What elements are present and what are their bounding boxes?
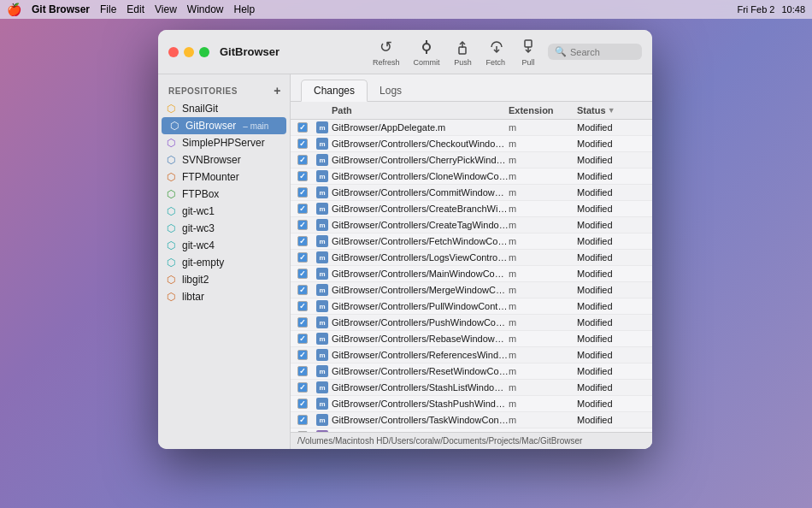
apple-menu[interactable]: 🍎 xyxy=(7,3,21,16)
search-box[interactable]: 🔍 xyxy=(548,44,642,60)
row-checkbox[interactable] xyxy=(297,236,308,246)
menubar-edit[interactable]: Edit xyxy=(127,3,144,15)
file-type-badge: m xyxy=(316,300,328,312)
table-row[interactable]: m GitBrowser/Controllers/TaskWindowContr… xyxy=(291,412,652,428)
commit-label: Commit xyxy=(413,58,439,67)
status-cell: Modified xyxy=(577,269,645,279)
file-type-badge: m xyxy=(316,398,328,410)
row-checkbox[interactable] xyxy=(297,269,308,279)
push-button[interactable]: Push xyxy=(453,38,472,67)
table-row[interactable]: m GitBrowser/Controllers/RebaseWindowCon… xyxy=(291,331,652,347)
table-row[interactable]: m GitBrowser/Controllers/StashListWindow… xyxy=(291,380,652,396)
sidebar-item-git-empty[interactable]: ⬡ git-empty xyxy=(158,254,290,271)
ext-cell: m xyxy=(509,220,577,230)
file-type-badge: m xyxy=(316,349,328,361)
sidebar-item-git-wc3[interactable]: ⬡ git-wc3 xyxy=(158,220,290,237)
row-checkbox[interactable] xyxy=(297,415,308,425)
file-path: GitBrowser/Controllers/FetchWindowContro… xyxy=(332,236,509,246)
menubar: 🍎 Git Browser File Edit View Window Help… xyxy=(0,0,812,19)
table-row[interactable]: m GitBrowser/Controllers/CloneWindowCont… xyxy=(291,168,652,185)
table-row[interactable]: m GitBrowser/Controllers/StashPushWindow… xyxy=(291,396,652,412)
table-row[interactable]: m GitBrowser/Controllers/CommitWindowCon… xyxy=(291,185,652,201)
file-path: GitBrowser/Controllers/PullWindowControl… xyxy=(332,301,509,311)
fetch-button[interactable]: Fetch xyxy=(485,38,505,67)
row-checkbox[interactable] xyxy=(297,382,308,393)
sidebar-item-libtar[interactable]: ⬡ libtar xyxy=(158,288,290,305)
table-row[interactable]: m GitBrowser/Controllers/MergeWindowCont… xyxy=(291,282,652,298)
table-row[interactable]: m GitBrowser/Controllers/PushWindowContr… xyxy=(291,315,652,331)
table-row[interactable]: m GitBrowser/Controllers/ReferencesWindo… xyxy=(291,347,652,363)
maximize-button[interactable] xyxy=(199,47,209,57)
menubar-window[interactable]: Window xyxy=(187,3,224,15)
row-checkbox[interactable] xyxy=(297,171,308,181)
repo-name-git-empty: git-empty xyxy=(182,257,224,269)
table-row[interactable]: m GitBrowser/Controllers/CreateTagWindow… xyxy=(291,217,652,233)
sidebar-item-snailgit[interactable]: ⬡ SnailGit xyxy=(158,100,290,117)
main-window: GitBrowser ↺ Refresh Commit xyxy=(158,30,652,449)
refresh-button[interactable]: ↺ Refresh xyxy=(373,38,400,67)
statusbar: /Volumes/Macintosh HD/Users/coralw/Docum… xyxy=(291,432,652,449)
ext-cell: m xyxy=(509,171,577,181)
status-cell: Modified xyxy=(577,334,645,344)
tab-changes[interactable]: Changes xyxy=(301,80,368,102)
sidebar-item-git-wc4[interactable]: ⬡ git-wc4 xyxy=(158,237,290,254)
pull-button[interactable]: Pull xyxy=(519,38,538,67)
table-row[interactable]: m GitBrowser/Controllers/PullWindowContr… xyxy=(291,298,652,315)
table-row[interactable]: m GitBrowser/Controllers/CheckoutWindowC… xyxy=(291,136,652,152)
table-row[interactable]: m GitBrowser/Controllers/LogsViewControl… xyxy=(291,250,652,266)
row-checkbox[interactable] xyxy=(297,187,308,198)
menubar-app-name[interactable]: Git Browser xyxy=(32,3,90,15)
file-path: GitBrowser/Controllers/MergeWindowContro… xyxy=(332,285,509,295)
file-path: GitBrowser/Controllers/StashPushWindowCo… xyxy=(332,399,509,409)
add-repository-button[interactable]: + xyxy=(274,85,281,97)
row-checkbox[interactable] xyxy=(297,122,308,133)
repo-icon-simplephpserver: ⬡ xyxy=(165,137,177,149)
sidebar-item-ftpbox[interactable]: ⬡ FTPBox xyxy=(158,186,290,203)
tab-logs[interactable]: Logs xyxy=(368,80,414,101)
table-row[interactable]: m GitBrowser/Controllers/CherryPickWindo… xyxy=(291,152,652,168)
file-path: GitBrowser/Controllers/TaskWindowControl… xyxy=(332,415,509,425)
row-checkbox[interactable] xyxy=(297,155,308,165)
col-status[interactable]: Status ▼ xyxy=(577,105,645,115)
traffic-lights xyxy=(168,47,209,57)
file-path: GitBrowser/Controllers/CloneWindowContro… xyxy=(332,171,509,181)
close-button[interactable] xyxy=(168,47,179,57)
menubar-file[interactable]: File xyxy=(100,3,116,15)
menubar-help[interactable]: Help xyxy=(234,3,256,15)
row-checkbox[interactable] xyxy=(297,334,308,344)
row-checkbox[interactable] xyxy=(297,252,308,263)
sidebar-item-gitbrowser[interactable]: ⬡ GitBrowser – main xyxy=(162,117,286,134)
menubar-view[interactable]: View xyxy=(155,3,177,15)
row-checkbox[interactable] xyxy=(297,204,308,214)
status-cell: Modified xyxy=(577,366,645,376)
commit-button[interactable]: Commit xyxy=(413,38,439,67)
sidebar-item-simplephpserver[interactable]: ⬡ SimplePHPServer xyxy=(158,134,290,151)
sidebar-item-ftpmounter[interactable]: ⬡ FTPMounter xyxy=(158,168,290,186)
row-checkbox[interactable] xyxy=(297,350,308,360)
sidebar: REPOSITORIES + ⬡ SnailGit ⬡ GitBrowser –… xyxy=(158,74,291,449)
table-row[interactable]: m GitBrowser/Controllers/ResetWindowCont… xyxy=(291,363,652,380)
search-input[interactable] xyxy=(570,47,635,57)
sidebar-item-git-wc1[interactable]: ⬡ git-wc1 xyxy=(158,203,290,220)
row-checkbox[interactable] xyxy=(297,139,308,149)
row-checkbox[interactable] xyxy=(297,317,308,328)
minimize-button[interactable] xyxy=(184,47,194,57)
refresh-label: Refresh xyxy=(373,58,400,67)
row-checkbox[interactable] xyxy=(297,220,308,230)
ext-cell: m xyxy=(509,301,577,311)
ext-cell: m xyxy=(509,317,577,328)
sidebar-item-libgit2[interactable]: ⬡ libgit2 xyxy=(158,271,290,288)
repo-name-snailgit: SnailGit xyxy=(182,103,218,115)
status-cell: Modified xyxy=(577,220,645,230)
table-row[interactable]: m GitBrowser/Controllers/MainWindowContr… xyxy=(291,266,652,282)
row-checkbox[interactable] xyxy=(297,285,308,295)
row-checkbox[interactable] xyxy=(297,301,308,311)
table-row[interactable]: m GitBrowser/Controllers/CreateBranchWin… xyxy=(291,201,652,217)
table-header: Path Extension Status ▼ xyxy=(291,102,652,120)
row-checkbox[interactable] xyxy=(297,399,308,409)
table-row[interactable]: m GitBrowser/AppDelegate.m m Modified xyxy=(291,120,652,136)
row-checkbox[interactable] xyxy=(297,366,308,376)
sidebar-item-svnbrowser[interactable]: ⬡ SVNBrowser xyxy=(158,151,290,168)
table-row[interactable]: m GitBrowser/Controllers/FetchWindowCont… xyxy=(291,233,652,250)
window-title: GitBrowser xyxy=(220,45,279,58)
